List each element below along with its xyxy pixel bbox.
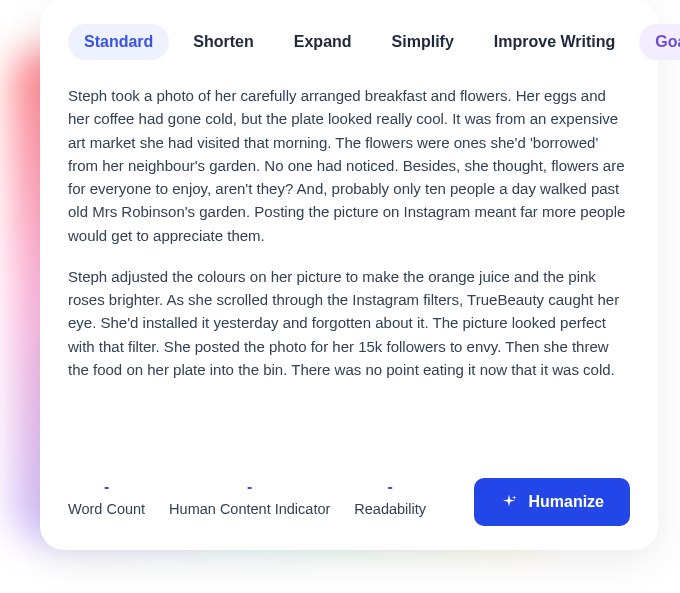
sparkle-icon — [500, 493, 518, 511]
paragraph-2: Steph adjusted the colours on her pictur… — [68, 265, 630, 381]
footer-bar: - Word Count - Human Content Indicator -… — [68, 478, 630, 526]
human-content-label: Human Content Indicator — [169, 500, 330, 519]
humanize-label: Humanize — [528, 493, 604, 511]
word-count-value: - — [104, 478, 109, 496]
tab-shorten[interactable]: Shorten — [177, 24, 269, 60]
tab-simplify[interactable]: Simplify — [376, 24, 470, 60]
tab-improve-writing[interactable]: Improve Writing — [478, 24, 632, 60]
tab-goals[interactable]: Goals New — [639, 24, 680, 60]
text-content[interactable]: Steph took a photo of her carefully arra… — [68, 84, 630, 462]
humanize-button[interactable]: Humanize — [474, 478, 630, 526]
metric-word-count: - Word Count — [68, 478, 145, 519]
readability-value: - — [388, 478, 393, 496]
tab-expand[interactable]: Expand — [278, 24, 368, 60]
tab-goals-label: Goals — [655, 33, 680, 50]
editor-card: Standard Shorten Expand Simplify Improve… — [40, 0, 658, 550]
paragraph-1: Steph took a photo of her carefully arra… — [68, 84, 630, 247]
metric-human-content: - Human Content Indicator — [169, 478, 330, 519]
word-count-label: Word Count — [68, 500, 145, 519]
readability-label: Readability — [354, 500, 426, 519]
metric-readability: - Readability — [354, 478, 426, 519]
human-content-value: - — [247, 478, 252, 496]
mode-tabs: Standard Shorten Expand Simplify Improve… — [68, 24, 630, 60]
tab-standard[interactable]: Standard — [68, 24, 169, 60]
